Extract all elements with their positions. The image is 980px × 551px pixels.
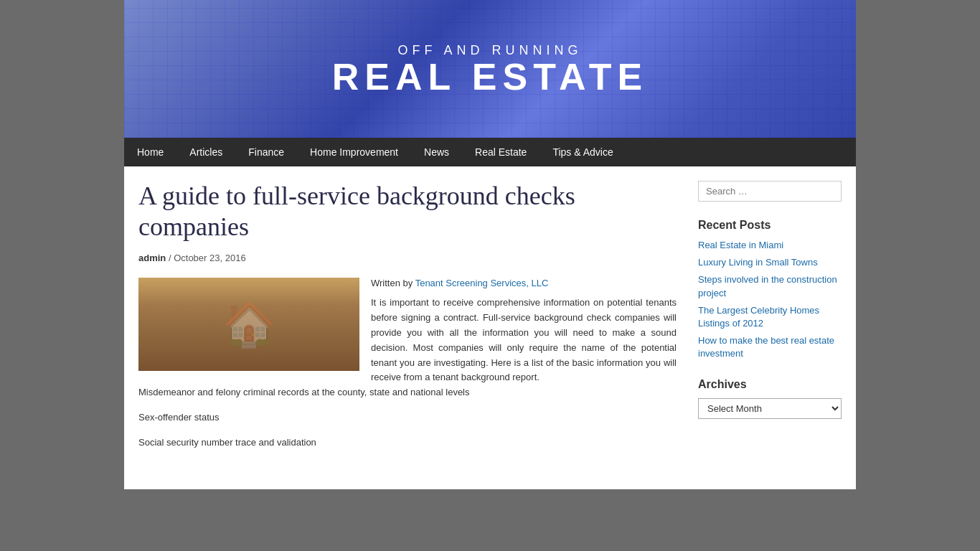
nav-item-news[interactable]: News — [411, 138, 462, 166]
archives-select[interactable]: Select Month — [698, 398, 842, 419]
nav-item-articles[interactable]: Articles — [176, 138, 235, 166]
list-item: How to make the best real estate investm… — [698, 334, 842, 360]
main-nav: Home Articles Finance Home Improvement N… — [124, 138, 856, 166]
article-list-item-2: Social security number trace and validat… — [138, 435, 677, 451]
article-image — [138, 278, 359, 371]
sidebar-search-section — [698, 181, 842, 202]
main-content: A guide to full-service background check… — [138, 181, 677, 461]
recent-post-link-1[interactable]: Luxury Living in Small Towns — [698, 257, 818, 268]
article-list-item-1: Sex-offender status — [138, 410, 677, 425]
site-main-title: REAL ESTATE — [332, 58, 648, 95]
article-meta: admin / October 23, 2016 — [138, 253, 677, 263]
article-list-item-0: Misdemeanor and felony criminal records … — [138, 385, 677, 400]
list-item: Luxury Living in Small Towns — [698, 256, 842, 269]
sidebar-archives-section: Archives Select Month — [698, 378, 842, 419]
recent-post-link-3[interactable]: The Largest Celebrity Homes Listings of … — [698, 305, 819, 329]
article-date: October 23, 2016 — [174, 253, 245, 263]
recent-post-link-2[interactable]: Steps involved in the construction proje… — [698, 274, 837, 298]
search-input[interactable] — [698, 181, 842, 202]
site-header: OFF AND RUNNING REAL ESTATE — [124, 0, 856, 138]
recent-posts-list: Real Estate in Miami Luxury Living in Sm… — [698, 239, 842, 361]
list-item: The Largest Celebrity Homes Listings of … — [698, 304, 842, 330]
tenant-screening-link[interactable]: Tenant Screening Services, LLC — [415, 278, 549, 288]
nav-item-finance[interactable]: Finance — [235, 138, 297, 166]
list-item: Steps involved in the construction proje… — [698, 273, 842, 299]
sidebar-recent-posts-section: Recent Posts Real Estate in Miami Luxury… — [698, 219, 842, 361]
sidebar: Recent Posts Real Estate in Miami Luxury… — [698, 181, 842, 461]
recent-posts-heading: Recent Posts — [698, 219, 842, 232]
article-title: A guide to full-service background check… — [138, 181, 677, 242]
site-title: OFF AND RUNNING REAL ESTATE — [332, 43, 648, 95]
nav-item-home[interactable]: Home — [124, 138, 176, 166]
nav-item-home-improvement[interactable]: Home Improvement — [297, 138, 411, 166]
article-author: admin — [138, 253, 166, 263]
nav-item-tips-advice[interactable]: Tips & Advice — [540, 138, 626, 166]
recent-post-link-0[interactable]: Real Estate in Miami — [698, 240, 783, 250]
archives-heading: Archives — [698, 378, 842, 391]
recent-post-link-4[interactable]: How to make the best real estate investm… — [698, 335, 834, 359]
article-body: Written by Tenant Screening Services, LL… — [138, 278, 677, 450]
nav-item-real-estate[interactable]: Real Estate — [462, 138, 540, 166]
list-item: Real Estate in Miami — [698, 239, 842, 252]
